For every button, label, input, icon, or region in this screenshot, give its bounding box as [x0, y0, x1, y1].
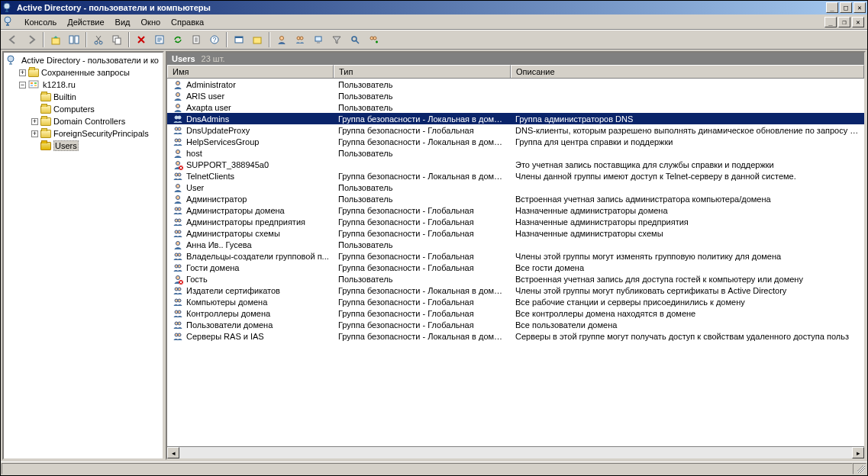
item-type: Пользователь: [334, 275, 511, 284]
folder-icon: [40, 105, 51, 114]
group-icon: [172, 308, 184, 319]
expand-icon[interactable]: +: [31, 130, 38, 137]
scroll-left-button[interactable]: ◂: [167, 447, 179, 458]
tree-saved-queries-label: Сохраненные запросы: [41, 68, 130, 77]
group-icon: [172, 297, 184, 307]
svg-point-32: [176, 104, 180, 108]
mdi-controls: _ ❐ ✕: [824, 17, 864, 27]
list-item[interactable]: hostПользователь: [167, 147, 864, 159]
item-name: Контроллеры домена: [186, 309, 270, 318]
tree-saved-queries[interactable]: + Сохраненные запросы: [5, 66, 161, 79]
list-item[interactable]: Axapta userПользователь: [167, 101, 864, 113]
tree-node-computers[interactable]: Computers: [5, 103, 161, 115]
list-item[interactable]: Гости доменаГруппа безопасности - Глобал…: [167, 262, 864, 273]
menu-console[interactable]: Консоль: [19, 16, 62, 28]
close-button[interactable]: ✕: [853, 2, 866, 13]
back-button[interactable]: [5, 31, 21, 48]
new-group-button[interactable]: [292, 31, 308, 48]
show-hide-button[interactable]: [66, 31, 82, 48]
scroll-right-button[interactable]: ▸: [852, 447, 864, 458]
menu-action[interactable]: Действие: [62, 16, 109, 28]
group-icon: [172, 205, 184, 216]
item-description: Назначенные администраторы предприятия: [511, 217, 864, 227]
tree-node-users[interactable]: Users: [5, 140, 161, 152]
horizontal-scrollbar[interactable]: ◂ ▸: [167, 446, 864, 458]
list-item[interactable]: ГостьПользовательВстроенная учетная запи…: [167, 273, 864, 285]
tree-domain[interactable]: − k1218.ru: [5, 79, 161, 91]
refresh-button[interactable]: [169, 31, 186, 48]
listview-body[interactable]: AdministratorПользовательARIS userПользо…: [167, 79, 864, 446]
svg-point-38: [178, 139, 181, 142]
item-name: Гость: [186, 275, 208, 284]
new-user-button[interactable]: [273, 31, 290, 48]
tree-node-builtin[interactable]: Builtin: [5, 91, 161, 103]
mdi-restore-button[interactable]: ❐: [838, 17, 850, 27]
new-window-button[interactable]: [231, 31, 247, 48]
list-item[interactable]: TelnetClientsГруппа безопасности - Локал…: [167, 170, 864, 182]
resize-grip[interactable]: [853, 463, 866, 474]
list-item[interactable]: Компьютеры доменаГруппа безопасности - Г…: [167, 296, 864, 307]
group-icon: [172, 320, 184, 330]
new-computer-button[interactable]: [310, 31, 327, 48]
find-button[interactable]: [347, 31, 363, 48]
list-item[interactable]: DnsAdminsГруппа безопасности - Локальная…: [167, 113, 864, 124]
list-item[interactable]: SUPPORT_388945a0Это учетная запись поста…: [167, 159, 864, 170]
folder-icon: [40, 117, 51, 126]
add-to-group-button[interactable]: [365, 31, 382, 48]
item-type: Группа безопасности - Локальная в домене: [334, 172, 511, 181]
svg-point-63: [175, 310, 178, 314]
list-item[interactable]: ARIS userПользователь: [167, 90, 864, 101]
list-item[interactable]: AdministratorПользователь: [167, 79, 864, 90]
list-item[interactable]: Анна Ив.. ГусеваПользователь: [167, 239, 864, 250]
tree-node-foreignsecurityprincipals[interactable]: +ForeignSecurityPrincipals: [5, 127, 161, 140]
export-button[interactable]: [188, 31, 205, 48]
tree-node-domain-controllers[interactable]: +Domain Controllers: [5, 115, 161, 127]
scroll-track[interactable]: [179, 447, 852, 458]
forward-button[interactable]: [23, 31, 40, 48]
tree-node-label: Builtin: [53, 92, 76, 101]
list-item[interactable]: Администраторы схемыГруппа безопасности …: [167, 227, 864, 239]
expand-icon[interactable]: +: [31, 118, 38, 125]
tree-root[interactable]: Active Directory - пользователи и ко: [5, 54, 161, 66]
column-type[interactable]: Тип: [334, 65, 511, 78]
mdi-close-button[interactable]: ✕: [852, 17, 864, 27]
list-item[interactable]: HelpServicesGroupГруппа безопасности - Л…: [167, 136, 864, 147]
maximize-button[interactable]: □: [840, 2, 852, 13]
item-type: Группа безопасности - Локальная в домене: [334, 286, 511, 295]
delete-button[interactable]: [133, 31, 150, 48]
svg-point-45: [176, 195, 180, 199]
column-description[interactable]: Описание: [511, 65, 864, 78]
item-description: Встроенная учетная запись администратора…: [511, 195, 864, 204]
domain-icon: [28, 79, 40, 90]
copy-button[interactable]: [108, 31, 125, 48]
column-name[interactable]: Имя: [167, 65, 334, 78]
menu-window[interactable]: Окно: [136, 16, 166, 28]
item-description: Члены этой группы могут изменять группов…: [511, 252, 864, 261]
list-item[interactable]: Издатели сертификатовГруппа безопасности…: [167, 285, 864, 296]
svg-point-61: [175, 299, 178, 302]
list-item[interactable]: Серверы RAS и IASГруппа безопасности - Л…: [167, 330, 864, 342]
filter-button[interactable]: [328, 31, 345, 48]
item-name: Администраторы схемы: [186, 229, 280, 238]
toolbar: ?: [1, 30, 867, 50]
menu-help[interactable]: Справка: [166, 16, 209, 28]
list-item[interactable]: Администраторы доменаГруппа безопасности…: [167, 204, 864, 216]
list-item[interactable]: UserПользователь: [167, 182, 864, 193]
expand-icon[interactable]: +: [19, 69, 26, 76]
list-item[interactable]: Администраторы предприятияГруппа безопас…: [167, 216, 864, 227]
tree-panel[interactable]: Active Directory - пользователи и ко + С…: [2, 51, 164, 460]
new-ou-button[interactable]: [249, 31, 266, 48]
properties-button[interactable]: [151, 31, 168, 48]
minimize-button[interactable]: _: [826, 2, 838, 13]
collapse-icon[interactable]: −: [19, 82, 26, 88]
mdi-minimize-button[interactable]: _: [824, 17, 837, 27]
list-item[interactable]: АдминистраторПользовательВстроенная учет…: [167, 193, 864, 204]
list-item[interactable]: Пользователи доменаГруппа безопасности -…: [167, 319, 864, 330]
menu-view[interactable]: Вид: [110, 16, 136, 28]
help-button[interactable]: ?: [206, 31, 223, 48]
list-item[interactable]: Владельцы-создатели групповой п...Группа…: [167, 250, 864, 262]
list-item[interactable]: Контроллеры доменаГруппа безопасности - …: [167, 307, 864, 319]
list-item[interactable]: DnsUpdateProxyГруппа безопасности - Глоб…: [167, 124, 864, 136]
up-button[interactable]: [47, 31, 64, 48]
cut-button[interactable]: [90, 31, 107, 48]
